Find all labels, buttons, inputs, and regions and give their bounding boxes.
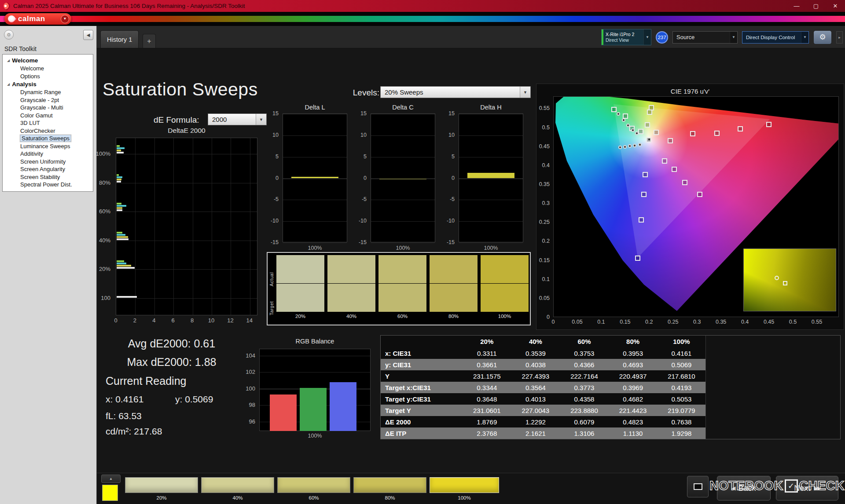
swatch-column-40: 40% bbox=[327, 255, 375, 319]
settings-button[interactable]: ⚙ bbox=[813, 30, 832, 44]
plot-area bbox=[371, 113, 435, 242]
y-tick-label: 0.35 bbox=[539, 181, 550, 187]
sidebar-item-options[interactable]: Options bbox=[3, 73, 93, 80]
patch-window-button[interactable] bbox=[687, 476, 709, 497]
add-tab-button[interactable]: + bbox=[143, 34, 156, 48]
next-arrow-icon: ▶▶ bbox=[814, 485, 820, 491]
x-tick-label: 10 bbox=[208, 317, 214, 324]
cell-value: 223.8880 bbox=[560, 405, 609, 416]
sidebar-item-screen-stability[interactable]: Screen Stability bbox=[3, 173, 93, 181]
logo-menu-button[interactable]: ▼ bbox=[61, 15, 69, 23]
sidebar-section-analysis[interactable]: ◢Analysis bbox=[3, 80, 93, 88]
patch-label: 20% bbox=[125, 495, 198, 502]
saturation-patch-20[interactable] bbox=[125, 477, 198, 493]
row-label: ΔE 2000 bbox=[381, 416, 463, 427]
saturation-patch-40[interactable] bbox=[201, 477, 274, 493]
saturation-patch-100[interactable] bbox=[430, 477, 499, 493]
sidebar-item-luminance-sweeps[interactable]: Luminance Sweeps bbox=[3, 142, 93, 150]
item-label: Grayscale - 2pt bbox=[20, 97, 59, 103]
maximize-button[interactable]: ▢ bbox=[806, 0, 826, 12]
page-title: Saturation Sweeps bbox=[103, 79, 258, 100]
saturation-patch-80[interactable] bbox=[353, 477, 426, 493]
current-patch-swatch[interactable] bbox=[102, 485, 118, 501]
target-swatch bbox=[481, 284, 529, 312]
close-button[interactable]: ✕ bbox=[826, 0, 845, 12]
sidebar-item-colorchecker[interactable]: ColorChecker bbox=[3, 127, 93, 135]
gridline bbox=[260, 372, 370, 373]
sidebar-item-grayscale-2pt[interactable]: Grayscale - 2pt bbox=[3, 96, 93, 104]
sidebar-item-screen-uniformity[interactable]: Screen Uniformity bbox=[3, 158, 93, 166]
gridline bbox=[459, 135, 523, 136]
sidebar-section-welcome[interactable]: ◢Welcome bbox=[3, 56, 93, 65]
sidebar-item-additivity[interactable]: Additivity bbox=[3, 150, 93, 158]
chart-title: CIE 1976 u'v' bbox=[536, 88, 844, 95]
sidebar-item-dynamic-range[interactable]: Dynamic Range bbox=[3, 88, 93, 96]
sidebar-item-grayscale-multi[interactable]: Grayscale - Multi bbox=[3, 104, 93, 112]
y-tick-label: 0.25 bbox=[539, 219, 550, 225]
cell-value: 0.4013 bbox=[511, 393, 560, 405]
tab-history-1[interactable]: History 1 bbox=[100, 30, 139, 48]
patch-expand-button[interactable]: ▲ bbox=[101, 475, 121, 483]
y-tick-label: -5 bbox=[450, 196, 455, 202]
levels-dropdown[interactable]: 20% Sweeps ▼ bbox=[380, 86, 531, 98]
chevron-down-icon[interactable]: ▼ bbox=[520, 87, 530, 98]
chevron-down-icon[interactable]: ▼ bbox=[643, 29, 651, 45]
cell-value: 1.1130 bbox=[609, 427, 658, 439]
cell-value: 0.5069 bbox=[657, 359, 706, 370]
y-tick-label: 15 bbox=[272, 110, 279, 117]
next-label: Next bbox=[794, 484, 810, 493]
cell-value: 0.3953 bbox=[609, 347, 658, 359]
tree-expander-icon[interactable]: ◢ bbox=[7, 59, 10, 62]
meter-selector[interactable]: X-Rite i1Pro 2 Direct View ▼ bbox=[601, 29, 651, 45]
calman-drop-icon bbox=[7, 14, 17, 24]
next-button[interactable]: Next ▶▶ bbox=[776, 476, 838, 500]
target-marker bbox=[668, 138, 673, 143]
sidebar-item-spectral-power-dist[interactable]: Spectral Power Dist. bbox=[3, 181, 93, 189]
panel-handle-button[interactable]: ▸ bbox=[836, 31, 843, 44]
target-swatch bbox=[378, 284, 426, 312]
target-row-label: Target bbox=[269, 287, 274, 315]
measurement-count-badge[interactable]: 237 bbox=[656, 31, 668, 44]
de-bar bbox=[117, 203, 121, 205]
row-label: y: CIE31 bbox=[381, 359, 463, 370]
back-button[interactable]: ◀ Back bbox=[717, 476, 771, 500]
x-tick-label: 0.35 bbox=[716, 319, 726, 325]
swatch-label: 60% bbox=[378, 314, 426, 319]
y-tick-label: 15 bbox=[448, 110, 455, 117]
de-formula-dropdown[interactable]: 2000 ▼ bbox=[208, 113, 267, 125]
cell-value: 1.3106 bbox=[560, 427, 609, 439]
de-bar bbox=[117, 236, 128, 238]
target-marker bbox=[697, 192, 702, 197]
saturation-patch-60[interactable] bbox=[277, 477, 350, 493]
sidebar-item-welcome[interactable]: Welcome bbox=[3, 65, 93, 73]
plus-icon: + bbox=[147, 37, 151, 45]
sidebar-item-3d-lut[interactable]: 3D LUT bbox=[3, 119, 93, 127]
sidebar-item-color-gamut[interactable]: Color Gamut bbox=[3, 112, 93, 120]
sidebar-item-saturation-sweeps[interactable]: Saturation Sweeps bbox=[3, 135, 93, 142]
item-label: Spectral Power Dist. bbox=[20, 181, 72, 188]
workflow-controls: X-Rite i1Pro 2 Direct View ▼ 237 Source … bbox=[601, 29, 843, 45]
actual-swatch bbox=[481, 255, 529, 283]
measurement-marker bbox=[618, 146, 622, 149]
table-row: ΔE 20001.87691.22920.60790.48230.7638 bbox=[381, 416, 706, 427]
tree-expander-icon[interactable]: ◢ bbox=[7, 83, 10, 86]
display-control-selector[interactable]: Direct Display Control ▼ bbox=[742, 31, 809, 44]
chevron-down-icon[interactable]: ▼ bbox=[730, 32, 737, 43]
gridline bbox=[283, 135, 347, 136]
minimize-button[interactable]: — bbox=[787, 0, 806, 12]
chevron-down-icon[interactable]: ▼ bbox=[801, 32, 808, 43]
sidebar-settings-button[interactable]: ⚙ bbox=[4, 30, 14, 40]
calman-app-window: Calman 2025 Calman Ultimate for Business… bbox=[0, 0, 845, 504]
gridline bbox=[283, 243, 347, 243]
y-tick-label: 0.1 bbox=[542, 276, 550, 282]
calman-logo-button[interactable]: calman ▼ bbox=[4, 13, 71, 25]
source-selector[interactable]: Source ▼ bbox=[672, 31, 738, 44]
target-marker bbox=[623, 113, 628, 119]
sidebar-collapse-button[interactable]: ◀ bbox=[83, 30, 93, 40]
sidebar-item-screen-angularity[interactable]: Screen Angularity bbox=[3, 165, 93, 173]
target-swatch bbox=[430, 284, 478, 312]
de-bar bbox=[117, 207, 122, 209]
gridline bbox=[116, 298, 257, 299]
target-swatch bbox=[276, 284, 324, 312]
y-axis-labels: 151050-5-10-15 bbox=[353, 113, 369, 242]
